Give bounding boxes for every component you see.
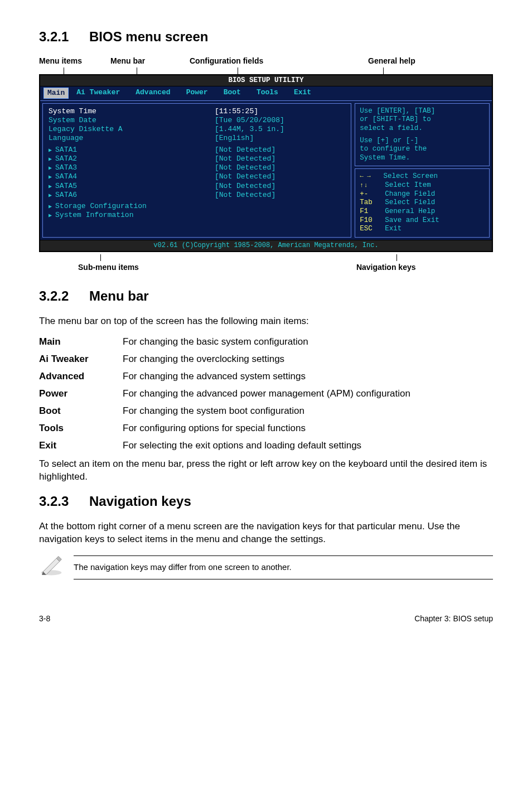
pencil-note-icon <box>39 555 64 580</box>
label-system-date: System Date <box>49 116 215 125</box>
menu-bar-select-instruction: To select an item on the menu bar, press… <box>39 458 493 484</box>
row-legacy-diskette[interactable]: Legacy Diskette A [1.44M, 3.5 in.] <box>49 125 345 134</box>
label-language: Language <box>49 134 215 143</box>
heading-number: 3.2.3 <box>39 492 89 510</box>
help-line: to configure the <box>360 145 485 154</box>
heading-number: 3.2.1 <box>39 28 89 46</box>
row-sata5[interactable]: SATA5[Not Detected] <box>49 182 345 191</box>
page-number: 3-8 <box>39 613 50 624</box>
nav-exit: ESC Exit <box>360 225 485 234</box>
heading-navigation-keys: 3.2.3 Navigation keys <box>39 492 493 510</box>
label-sata3: SATA3 <box>49 163 215 172</box>
chapter-label: Chapter 3: BIOS setup <box>414 613 493 624</box>
nav-select-field: Tab Select Field <box>360 199 485 207</box>
row-storage-config[interactable]: Storage Configuration <box>49 202 345 211</box>
def-power: PowerFor changing the advanced power man… <box>39 388 493 400</box>
bios-setup-title: BIOS SETUP UTILITY <box>40 75 492 86</box>
callout-ticks <box>39 67 493 74</box>
callout-ticks-bottom <box>39 254 493 261</box>
bios-copyright-footer: v02.61 (C)Copyright 1985-2008, American … <box>40 240 492 251</box>
row-sata4[interactable]: SATA4[Not Detected] <box>49 172 345 181</box>
row-sata2[interactable]: SATA2[Not Detected] <box>49 154 345 163</box>
bios-help-box: Use [ENTER], [TAB] or [SHIFT-TAB] to sel… <box>355 103 490 167</box>
callout-labels-row: Menu items Menu bar Configuration fields… <box>39 56 493 66</box>
value-sata3: [Not Detected] <box>215 163 345 172</box>
label-system-information: System Information <box>49 211 215 220</box>
value-sata1: [Not Detected] <box>215 146 345 154</box>
page-footer: 3-8 Chapter 3: BIOS setup <box>39 613 493 624</box>
row-sata3[interactable]: SATA3[Not Detected] <box>49 163 345 172</box>
callout-menu-bar: Menu bar <box>89 56 162 66</box>
callout-config-fields: Configuration fields <box>162 56 301 66</box>
callout-menu-items: Menu items <box>39 56 89 66</box>
value-sata4: [Not Detected] <box>215 172 345 181</box>
help-line: Use [+] or [-] <box>360 137 485 146</box>
label-system-time: System Time <box>49 107 215 116</box>
value-legacy-diskette: [1.44M, 3.5 in.] <box>215 125 345 134</box>
row-system-information[interactable]: System Information <box>49 211 345 220</box>
label-legacy-diskette: Legacy Diskette A <box>49 125 215 134</box>
tab-tools[interactable]: Tools <box>249 88 286 99</box>
label-sata1: SATA1 <box>49 146 215 154</box>
bios-menu-bar: Main Ai Tweaker Advanced Power Boot Tool… <box>40 86 492 100</box>
value-language: [English] <box>215 134 345 143</box>
value-system-date: [Tue 05/20/2008] <box>215 116 345 125</box>
navigation-keys-paragraph: At the bottom right corner of a menu scr… <box>39 520 493 546</box>
heading-menu-bar: 3.2.2 Menu bar <box>39 287 493 305</box>
label-sata6: SATA6 <box>49 191 215 200</box>
def-main: MainFor changing the basic system config… <box>39 336 493 349</box>
row-language[interactable]: Language [English] <box>49 134 345 143</box>
nav-general-help: F1 General Help <box>360 207 485 216</box>
row-sata1[interactable]: SATA1[Not Detected] <box>49 146 345 154</box>
def-ai-tweaker: Ai TweakerFor changing the overclocking … <box>39 353 493 366</box>
label-sata2: SATA2 <box>49 154 215 163</box>
row-system-date[interactable]: System Date [Tue 05/20/2008] <box>49 116 345 125</box>
tab-power[interactable]: Power <box>178 88 216 99</box>
def-boot: BootFor changing the system boot configu… <box>39 405 493 418</box>
tab-boot[interactable]: Boot <box>216 88 249 99</box>
arrow-up-down-icon <box>360 181 368 189</box>
help-line: or [SHIFT-TAB] to <box>360 115 485 124</box>
row-sata6[interactable]: SATA6[Not Detected] <box>49 191 345 200</box>
value-system-time: [11:55:25] <box>215 107 345 116</box>
def-advanced: AdvancedFor changing the advanced system… <box>39 370 493 383</box>
value-sata2: [Not Detected] <box>215 154 345 163</box>
heading-title: Menu bar <box>89 287 149 305</box>
value-sata6: [Not Detected] <box>215 191 345 200</box>
heading-title: Navigation keys <box>89 492 191 510</box>
label-sata4: SATA4 <box>49 172 215 181</box>
bios-nav-box: Select Screen Select Item +- Change Fiel… <box>355 168 490 237</box>
tab-ai-tweaker[interactable]: Ai Tweaker <box>69 88 128 99</box>
help-line: System Time. <box>360 154 485 163</box>
help-line: Use [ENTER], [TAB] <box>360 107 485 116</box>
help-line: select a field. <box>360 124 485 133</box>
label-sata5: SATA5 <box>49 182 215 191</box>
value-sata5: [Not Detected] <box>215 182 345 191</box>
menu-bar-intro: The menu bar on top of the screen has th… <box>39 315 493 328</box>
nav-select-item: Select Item <box>360 181 485 190</box>
bios-left-panel: System Time [11:55:25] System Date [Tue … <box>42 103 351 238</box>
nav-select-screen: Select Screen <box>360 172 485 181</box>
bios-body: System Time [11:55:25] System Date [Tue … <box>40 100 492 240</box>
def-tools: ToolsFor configuring options for special… <box>39 422 493 435</box>
nav-change-field: +- Change Field <box>360 190 485 199</box>
tab-main[interactable]: Main <box>43 88 69 99</box>
row-system-time[interactable]: System Time [11:55:25] <box>49 107 345 116</box>
label-storage-config: Storage Configuration <box>49 202 215 211</box>
note-block: The navigation keys may differ from one … <box>39 555 493 580</box>
bios-screenshot: BIOS SETUP UTILITY Main Ai Tweaker Advan… <box>39 74 493 252</box>
callout-navigation-keys: Navigation keys <box>356 262 416 273</box>
heading-number: 3.2.2 <box>39 287 89 305</box>
heading-title: BIOS menu screen <box>89 28 208 46</box>
callout-submenu-items: Sub-menu items <box>78 262 139 273</box>
tab-advanced[interactable]: Advanced <box>128 88 178 99</box>
bios-right-panel: Use [ENTER], [TAB] or [SHIFT-TAB] to sel… <box>355 103 490 238</box>
note-text: The navigation keys may differ from one … <box>74 555 493 579</box>
tab-exit[interactable]: Exit <box>286 88 319 99</box>
arrow-left-right-icon <box>360 172 371 180</box>
callout-labels-bottom: Sub-menu items Navigation keys <box>39 262 493 273</box>
nav-save-exit: F10 Save and Exit <box>360 216 485 225</box>
def-exit: ExitFor selecting the exit options and l… <box>39 439 493 452</box>
heading-bios-menu-screen: 3.2.1 BIOS menu screen <box>39 28 493 46</box>
callout-general-help: General help <box>301 56 493 66</box>
